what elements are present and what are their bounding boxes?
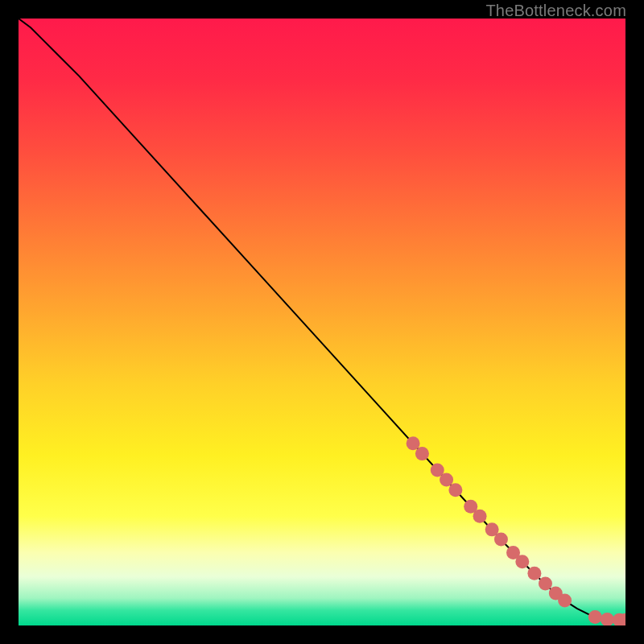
dot bbox=[448, 483, 462, 497]
dot bbox=[515, 555, 529, 568]
dot bbox=[415, 447, 429, 460]
dot bbox=[494, 532, 508, 546]
watermark-label: TheBottleneck.com bbox=[485, 2, 626, 20]
dot bbox=[527, 567, 541, 580]
dot bbox=[473, 510, 487, 523]
chart-svg bbox=[19, 19, 625, 625]
dot bbox=[407, 436, 420, 450]
dot bbox=[558, 594, 572, 608]
chart-stage: TheBottleneck.com bbox=[0, 0, 644, 644]
dot bbox=[539, 576, 552, 590]
dot bbox=[440, 473, 453, 487]
chart-plot-area bbox=[19, 19, 625, 625]
dot bbox=[588, 610, 602, 624]
